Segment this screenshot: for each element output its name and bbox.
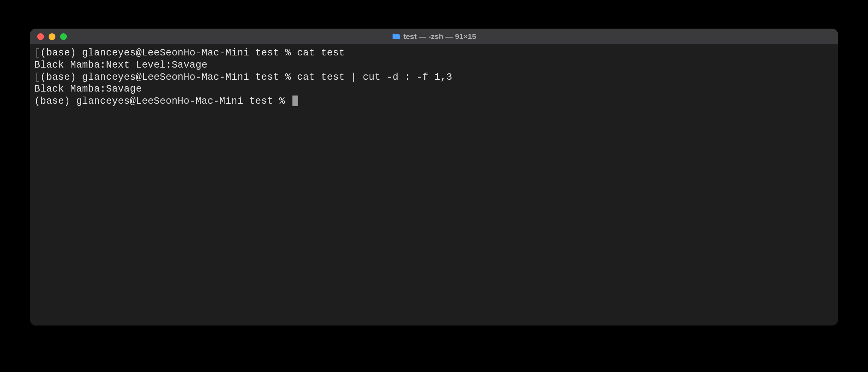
prompt: (base) glanceyes@LeeSeonHo-Mac-Mini test… <box>34 96 291 108</box>
cursor <box>292 96 298 106</box>
prompt: (base) glanceyes@LeeSeonHo-Mac-Mini test… <box>40 72 297 84</box>
output: Black Mamba:Savage <box>34 83 142 96</box>
terminal-line: [(base) glanceyes@LeeSeonHo-Mac-Mini tes… <box>34 72 834 84</box>
command: cat test <box>297 47 345 59</box>
window-title: test — -zsh — 91×15 <box>392 32 476 41</box>
window-title-text: test — -zsh — 91×15 <box>403 32 476 41</box>
title-bar: test — -zsh — 91×15 <box>30 29 838 44</box>
traffic-lights <box>37 33 67 40</box>
terminal-line: Black Mamba:Next Level:Savage <box>34 59 834 72</box>
line-marker: [ <box>34 47 40 59</box>
terminal-content[interactable]: [(base) glanceyes@LeeSeonHo-Mac-Mini tes… <box>30 44 838 111</box>
prompt: (base) glanceyes@LeeSeonHo-Mac-Mini test… <box>40 47 297 59</box>
terminal-line: [(base) glanceyes@LeeSeonHo-Mac-Mini tes… <box>34 47 834 59</box>
output: Black Mamba:Next Level:Savage <box>34 59 207 72</box>
terminal-line: Black Mamba:Savage <box>34 83 834 96</box>
terminal-window: test — -zsh — 91×15 [(base) glanceyes@Le… <box>30 29 838 326</box>
terminal-line: (base) glanceyes@LeeSeonHo-Mac-Mini test… <box>34 96 834 108</box>
maximize-button[interactable] <box>60 33 67 40</box>
command: cat test | cut -d : -f 1,3 <box>297 72 452 84</box>
line-marker: [ <box>34 72 40 84</box>
minimize-button[interactable] <box>49 33 55 40</box>
folder-icon <box>392 33 400 40</box>
close-button[interactable] <box>37 33 44 40</box>
